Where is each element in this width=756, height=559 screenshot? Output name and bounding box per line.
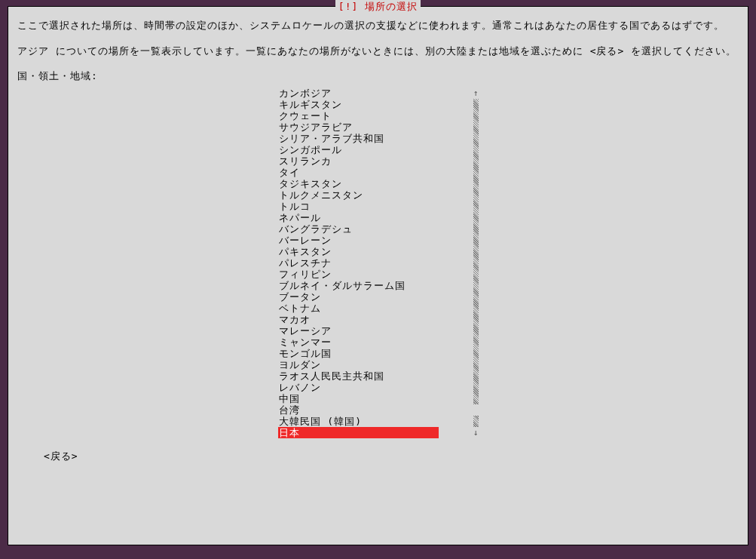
description-1: ここで選択された場所は、時間帯の設定のほか、システムロケールの選択の支援などに使… [17, 18, 739, 33]
title-wrap: [!] 場所の選択 [8, 0, 748, 14]
location-item[interactable]: レバノン [278, 382, 439, 393]
location-item[interactable]: シリア・アラブ共和国 [278, 133, 439, 144]
location-item[interactable]: ブルネイ・ダルサラーム国 [278, 280, 439, 291]
scrollbar-thumb[interactable] [473, 416, 479, 427]
location-item[interactable]: フィリピン [278, 269, 439, 280]
location-item[interactable]: 日本 [278, 427, 439, 438]
location-item[interactable]: バーレーン [278, 235, 439, 246]
location-item[interactable]: ミャンマー [278, 336, 439, 348]
location-item[interactable]: サウジアラビア [278, 121, 439, 133]
location-item[interactable]: スリランカ [278, 155, 439, 167]
scrollbar: ↑ ↓ [473, 88, 479, 438]
location-item[interactable]: バングラデシュ [278, 223, 439, 235]
go-back-button[interactable]: <戻る> [44, 450, 78, 463]
location-item[interactable]: パレスチナ [278, 257, 439, 269]
location-item[interactable]: ヨルダン [278, 359, 439, 370]
list-area: カンボジアキルギスタンクウェートサウジアラビアシリア・アラブ共和国シンガポールス… [278, 88, 479, 438]
scroll-up-icon[interactable]: ↑ [473, 88, 479, 99]
location-item[interactable]: カンボジア [278, 88, 439, 99]
dialog-title: [!] 場所の選択 [335, 0, 421, 14]
description-2: アジア についての場所を一覧表示しています。一覧にあなたの場所がないときには、別… [17, 44, 739, 59]
location-item[interactable]: マレーシア [278, 325, 439, 336]
scroll-down-icon[interactable]: ↓ [473, 427, 479, 438]
location-item[interactable]: シンガポール [278, 144, 439, 155]
location-item[interactable]: クウェート [278, 110, 439, 121]
location-item[interactable]: 大韓民国 (韓国) [278, 416, 439, 427]
location-item[interactable]: 台湾 [278, 404, 439, 416]
location-dialog: [!] 場所の選択 ここで選択された場所は、時間帯の設定のほか、システムロケール… [8, 6, 748, 545]
location-list[interactable]: カンボジアキルギスタンクウェートサウジアラビアシリア・アラブ共和国シンガポールス… [278, 88, 439, 438]
location-item[interactable]: タジキスタン [278, 178, 439, 189]
location-item[interactable]: キルギスタン [278, 99, 439, 110]
location-item[interactable]: ベトナム [278, 303, 439, 314]
location-item[interactable]: トルコ [278, 201, 439, 212]
scrollbar-gap [473, 404, 479, 416]
scrollbar-track[interactable] [473, 99, 479, 404]
location-item[interactable]: マカオ [278, 314, 439, 325]
list-label: 国・領土・地域: [17, 69, 739, 83]
location-item[interactable]: ラオス人民民主共和国 [278, 370, 439, 382]
location-item[interactable]: トルクメニスタン [278, 189, 439, 201]
location-item[interactable]: パキスタン [278, 246, 439, 257]
location-item[interactable]: ネパール [278, 212, 439, 223]
location-item[interactable]: タイ [278, 167, 439, 178]
location-item[interactable]: ブータン [278, 291, 439, 303]
location-item[interactable]: モンゴル国 [278, 348, 439, 359]
location-item[interactable]: 中国 [278, 393, 439, 404]
